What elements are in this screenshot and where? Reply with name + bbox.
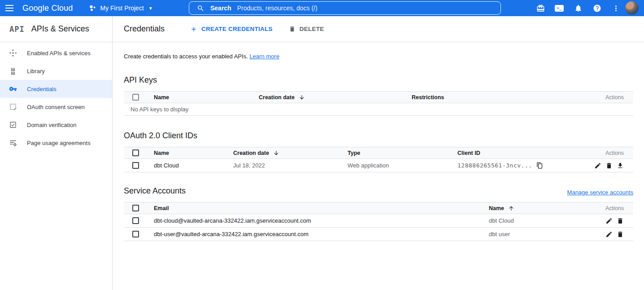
sidebar-title: APIs & Services — [31, 24, 89, 34]
column-header-actions: Actions — [605, 94, 633, 101]
learn-more-link[interactable]: Learn more — [249, 53, 279, 60]
oauth-client-type: Web application — [348, 162, 457, 169]
sort-descending-icon — [273, 150, 279, 156]
more-vertical-icon[interactable] — [611, 3, 621, 13]
api-keys-empty-message: No API keys to display — [124, 103, 633, 116]
column-header-actions: Actions — [605, 150, 633, 156]
api-product-icon: API — [9, 25, 25, 34]
table-row: dbt-user@vaulted-arcana-332422.iam.gserv… — [124, 228, 633, 241]
library-icon — [9, 67, 17, 75]
service-accounts-heading: Service Accounts — [124, 186, 186, 196]
oauth-table-header: Name Creation date Type Client ID Action… — [124, 147, 633, 159]
sidebar-item-label: Credentials — [27, 86, 57, 92]
sidebar-item-domain-verification[interactable]: Domain verification — [0, 116, 112, 134]
sidebar-item-label: Library — [27, 68, 45, 75]
delete-trash-icon[interactable] — [617, 231, 624, 238]
top-navigation-bar: Google Cloud My First Project ▼ Search P… — [0, 0, 644, 16]
column-header-creation-date[interactable]: Creation date — [233, 150, 348, 156]
search-input[interactable]: Search Products, resources, docs (/) — [189, 1, 501, 15]
table-row: dbt-cloud@vaulted-arcana-332422.iam.gser… — [124, 214, 633, 228]
column-header-restrictions[interactable]: Restrictions — [412, 94, 584, 101]
copy-icon[interactable] — [536, 162, 543, 169]
consent-screen-icon — [9, 103, 17, 111]
gift-icon[interactable] — [535, 3, 545, 13]
avatar[interactable] — [625, 1, 639, 15]
sidebar-item-label: Page usage agreements — [27, 140, 91, 146]
project-selector[interactable]: My First Project ▼ — [89, 4, 152, 12]
checkbox-check-icon — [9, 121, 17, 129]
manage-service-accounts-link[interactable]: Manage service accounts — [567, 189, 633, 196]
service-account-name: dbt user — [489, 231, 584, 237]
search-placeholder: Products, resources, docs (/) — [237, 4, 318, 12]
column-header-email[interactable]: Email — [154, 205, 489, 211]
sidebar-item-oauth-consent[interactable]: OAuth consent screen — [0, 98, 112, 116]
search-icon — [197, 4, 205, 12]
project-name: My First Project — [100, 4, 144, 12]
sidebar-item-label: OAuth consent screen — [27, 104, 85, 110]
menu-icon[interactable] — [0, 0, 19, 16]
column-header-actions: Actions — [605, 205, 633, 211]
edit-pencil-icon[interactable] — [605, 217, 613, 224]
service-account-name: dbt Cloud — [489, 217, 584, 224]
search-label: Search — [210, 4, 231, 12]
api-keys-heading: API Keys — [124, 75, 633, 85]
column-header-type[interactable]: Type — [348, 150, 457, 156]
column-header-name[interactable]: Name — [154, 150, 233, 156]
sidebar-item-label: Domain verification — [27, 122, 77, 128]
key-icon — [9, 85, 17, 93]
page-title: Credentials — [124, 24, 165, 34]
oauth-heading: OAuth 2.0 Client IDs — [124, 131, 633, 141]
sort-ascending-icon — [508, 205, 514, 211]
row-checkbox[interactable] — [132, 162, 139, 169]
row-checkbox[interactable] — [132, 217, 139, 224]
download-icon[interactable] — [617, 162, 624, 169]
intro-text: Create credentials to access your enable… — [124, 53, 633, 60]
delete-button[interactable]: DELETE — [289, 26, 324, 32]
sidebar-item-enabled-apis[interactable]: Enabled APIs & services — [0, 44, 112, 62]
select-all-checkbox[interactable] — [132, 149, 139, 156]
notifications-bell-icon[interactable] — [573, 3, 583, 13]
list-gear-icon — [9, 139, 17, 147]
service-account-email: dbt-user@vaulted-arcana-332422.iam.gserv… — [154, 231, 489, 237]
edit-pencil-icon[interactable] — [594, 162, 601, 169]
sidebar-item-credentials[interactable]: Credentials — [0, 80, 112, 98]
sidebar-nav: Enabled APIs & services Library Credenti… — [0, 42, 112, 152]
plus-icon — [190, 26, 197, 33]
sidebar-header: API APIs & Services — [0, 16, 112, 42]
google-cloud-logo[interactable]: Google Cloud — [22, 4, 73, 13]
api-keys-table-header: Name Creation date Restrictions Actions — [124, 91, 633, 103]
column-header-name[interactable]: Name — [489, 205, 584, 211]
delete-trash-icon[interactable] — [617, 217, 624, 224]
row-checkbox[interactable] — [132, 231, 139, 237]
sort-descending-icon — [299, 94, 305, 101]
column-header-name[interactable]: Name — [154, 94, 259, 101]
project-icon — [89, 4, 96, 12]
client-id-value: 128886265561-3ncv... — [457, 162, 532, 169]
sidebar-item-library[interactable]: Library — [0, 62, 112, 80]
select-all-checkbox[interactable] — [132, 205, 139, 211]
sidebar-item-label: Enabled APIs & services — [27, 50, 91, 57]
column-header-creation-date[interactable]: Creation date — [259, 94, 412, 101]
help-icon[interactable] — [592, 3, 602, 13]
column-header-client-id[interactable]: Client ID — [457, 150, 579, 156]
cloud-shell-icon[interactable]: >_ — [554, 3, 564, 13]
service-accounts-table-header: Email Name Actions — [124, 202, 633, 214]
delete-trash-icon[interactable] — [605, 162, 613, 169]
dashboard-arrows-icon — [9, 49, 17, 57]
service-account-email: dbt-cloud@vaulted-arcana-332422.iam.gser… — [154, 217, 489, 224]
select-all-checkbox[interactable] — [132, 94, 139, 101]
oauth-client-creation-date: Jul 18, 2022 — [233, 162, 348, 169]
sidebar-item-page-usage[interactable]: Page usage agreements — [0, 134, 112, 152]
create-credentials-button[interactable]: CREATE CREDENTIALS — [190, 26, 273, 33]
chevron-down-icon: ▼ — [148, 6, 153, 11]
page-header: Credentials CREATE CREDENTIALS DELETE — [113, 16, 644, 42]
oauth-client-name: dbt Cloud — [154, 162, 233, 169]
edit-pencil-icon[interactable] — [605, 231, 613, 238]
trash-icon — [289, 26, 296, 32]
sidebar: API APIs & Services Enabled APIs & servi… — [0, 16, 113, 290]
table-row: dbt Cloud Jul 18, 2022 Web application 1… — [124, 159, 633, 172]
